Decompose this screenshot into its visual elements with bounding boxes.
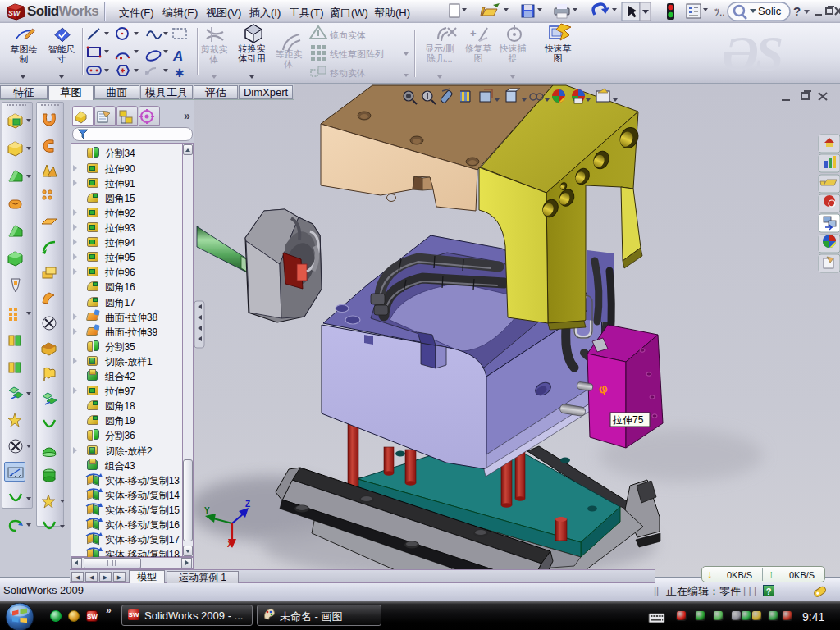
svg-text:✱: ✱: [175, 66, 185, 80]
svg-text:拉伸75: 拉伸75: [612, 414, 644, 426]
svg-text:+: +: [470, 27, 477, 39]
svg-text:Z: Z: [245, 500, 250, 509]
svg-text:SW: SW: [8, 9, 21, 17]
svg-text:Solic: Solic: [758, 5, 782, 17]
svg-text:Y: Y: [204, 506, 210, 515]
svg-text:?: ?: [793, 4, 801, 18]
svg-text:A: A: [172, 48, 183, 64]
svg-text:ﾂ..: ﾂ..: [714, 7, 725, 18]
svg-text:X: X: [227, 540, 233, 549]
